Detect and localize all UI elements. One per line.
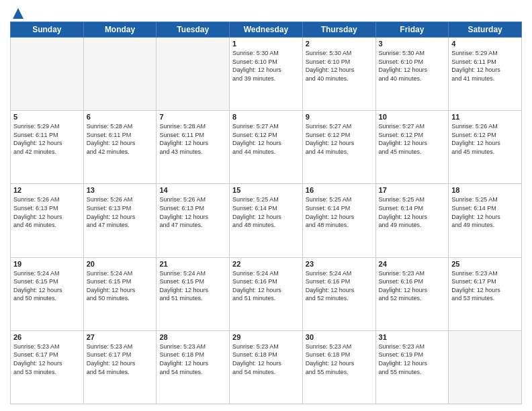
day-number: 19: [13, 260, 81, 268]
day-info: Sunrise: 5:26 AM Sunset: 6:13 PM Dayligh…: [87, 195, 154, 229]
day-number: 30: [306, 333, 373, 341]
day-number: 1: [232, 40, 300, 48]
day-number: 9: [306, 113, 373, 121]
logo: [10, 7, 25, 17]
calendar-week-row: 19Sunrise: 5:24 AM Sunset: 6:15 PM Dayli…: [11, 257, 522, 330]
day-info: Sunrise: 5:23 AM Sunset: 6:18 PM Dayligh…: [306, 342, 373, 376]
weekday-friday: Friday: [375, 22, 449, 38]
table-row: 17Sunrise: 5:25 AM Sunset: 6:14 PM Dayli…: [375, 184, 449, 257]
day-info: Sunrise: 5:30 AM Sunset: 6:10 PM Dayligh…: [306, 49, 373, 83]
day-number: 29: [232, 333, 300, 341]
day-info: Sunrise: 5:24 AM Sunset: 6:15 PM Dayligh…: [159, 269, 226, 303]
day-number: 27: [87, 333, 154, 341]
table-row: 6Sunrise: 5:28 AM Sunset: 6:11 PM Daylig…: [83, 111, 157, 184]
table-row: 5Sunrise: 5:29 AM Sunset: 6:11 PM Daylig…: [11, 111, 84, 184]
day-info: Sunrise: 5:30 AM Sunset: 6:10 PM Dayligh…: [232, 49, 300, 83]
day-number: 25: [451, 260, 519, 268]
table-row: 15Sunrise: 5:25 AM Sunset: 6:14 PM Dayli…: [230, 184, 303, 257]
calendar-week-row: 1Sunrise: 5:30 AM Sunset: 6:10 PM Daylig…: [11, 38, 522, 111]
day-info: Sunrise: 5:23 AM Sunset: 6:19 PM Dayligh…: [379, 342, 446, 376]
table-row: 16Sunrise: 5:25 AM Sunset: 6:14 PM Dayli…: [302, 184, 375, 257]
table-row: 8Sunrise: 5:27 AM Sunset: 6:12 PM Daylig…: [230, 111, 303, 184]
day-number: 26: [13, 333, 81, 341]
day-info: Sunrise: 5:23 AM Sunset: 6:17 PM Dayligh…: [87, 342, 154, 376]
day-number: 15: [232, 186, 300, 194]
day-info: Sunrise: 5:30 AM Sunset: 6:10 PM Dayligh…: [379, 49, 446, 83]
day-number: 24: [379, 260, 446, 268]
table-row: 3Sunrise: 5:30 AM Sunset: 6:10 PM Daylig…: [375, 38, 449, 111]
day-number: 11: [451, 113, 519, 121]
calendar-table: SundayMondayTuesdayWednesdayThursdayFrid…: [10, 21, 522, 404]
day-number: 23: [306, 260, 373, 268]
day-info: Sunrise: 5:25 AM Sunset: 6:14 PM Dayligh…: [232, 195, 300, 229]
day-number: 3: [379, 40, 446, 48]
table-row: 18Sunrise: 5:25 AM Sunset: 6:14 PM Dayli…: [449, 184, 522, 257]
day-number: 12: [13, 186, 81, 194]
day-number: 16: [306, 186, 373, 194]
table-row: 24Sunrise: 5:23 AM Sunset: 6:16 PM Dayli…: [375, 257, 449, 330]
day-info: Sunrise: 5:24 AM Sunset: 6:16 PM Dayligh…: [306, 269, 373, 303]
table-row: 26Sunrise: 5:23 AM Sunset: 6:17 PM Dayli…: [11, 330, 84, 404]
day-info: Sunrise: 5:28 AM Sunset: 6:11 PM Dayligh…: [87, 122, 154, 156]
day-number: 7: [159, 113, 226, 121]
table-row: 27Sunrise: 5:23 AM Sunset: 6:17 PM Dayli…: [83, 330, 157, 404]
table-row: [157, 38, 230, 111]
weekday-wednesday: Wednesday: [230, 22, 303, 38]
table-row: 25Sunrise: 5:23 AM Sunset: 6:17 PM Dayli…: [449, 257, 522, 330]
weekday-sunday: Sunday: [11, 22, 84, 38]
table-row: 14Sunrise: 5:26 AM Sunset: 6:13 PM Dayli…: [157, 184, 230, 257]
day-info: Sunrise: 5:29 AM Sunset: 6:11 PM Dayligh…: [451, 49, 519, 83]
day-number: 5: [13, 113, 81, 121]
day-info: Sunrise: 5:25 AM Sunset: 6:14 PM Dayligh…: [451, 195, 519, 229]
table-row: 22Sunrise: 5:24 AM Sunset: 6:16 PM Dayli…: [230, 257, 303, 330]
weekday-saturday: Saturday: [449, 22, 522, 38]
day-info: Sunrise: 5:23 AM Sunset: 6:16 PM Dayligh…: [379, 269, 446, 303]
day-info: Sunrise: 5:26 AM Sunset: 6:13 PM Dayligh…: [13, 195, 81, 229]
weekday-header-row: SundayMondayTuesdayWednesdayThursdayFrid…: [11, 22, 522, 38]
table-row: 7Sunrise: 5:28 AM Sunset: 6:11 PM Daylig…: [157, 111, 230, 184]
day-number: 31: [379, 333, 446, 341]
day-info: Sunrise: 5:27 AM Sunset: 6:12 PM Dayligh…: [232, 122, 300, 156]
table-row: 1Sunrise: 5:30 AM Sunset: 6:10 PM Daylig…: [230, 38, 303, 111]
day-number: 18: [451, 186, 519, 194]
table-row: 28Sunrise: 5:23 AM Sunset: 6:18 PM Dayli…: [157, 330, 230, 404]
page: SundayMondayTuesdayWednesdayThursdayFrid…: [0, 0, 532, 411]
day-info: Sunrise: 5:23 AM Sunset: 6:17 PM Dayligh…: [13, 342, 81, 376]
weekday-tuesday: Tuesday: [157, 22, 230, 38]
table-row: 20Sunrise: 5:24 AM Sunset: 6:15 PM Dayli…: [83, 257, 157, 330]
day-number: 14: [159, 186, 226, 194]
day-info: Sunrise: 5:25 AM Sunset: 6:14 PM Dayligh…: [379, 195, 446, 229]
table-row: 19Sunrise: 5:24 AM Sunset: 6:15 PM Dayli…: [11, 257, 84, 330]
day-info: Sunrise: 5:28 AM Sunset: 6:11 PM Dayligh…: [159, 122, 226, 156]
weekday-monday: Monday: [83, 22, 157, 38]
day-number: 10: [379, 113, 446, 121]
table-row: 9Sunrise: 5:27 AM Sunset: 6:12 PM Daylig…: [302, 111, 375, 184]
day-info: Sunrise: 5:24 AM Sunset: 6:16 PM Dayligh…: [232, 269, 300, 303]
table-row: 11Sunrise: 5:26 AM Sunset: 6:12 PM Dayli…: [449, 111, 522, 184]
table-row: 13Sunrise: 5:26 AM Sunset: 6:13 PM Dayli…: [83, 184, 157, 257]
day-info: Sunrise: 5:27 AM Sunset: 6:12 PM Dayligh…: [306, 122, 373, 156]
logo-icon: [11, 7, 25, 20]
day-number: 20: [87, 260, 154, 268]
calendar-week-row: 26Sunrise: 5:23 AM Sunset: 6:17 PM Dayli…: [11, 330, 522, 404]
table-row: 4Sunrise: 5:29 AM Sunset: 6:11 PM Daylig…: [449, 38, 522, 111]
day-number: 4: [451, 40, 519, 48]
day-info: Sunrise: 5:29 AM Sunset: 6:11 PM Dayligh…: [13, 122, 81, 156]
day-info: Sunrise: 5:23 AM Sunset: 6:18 PM Dayligh…: [232, 342, 300, 376]
table-row: [449, 330, 522, 404]
table-row: [11, 38, 84, 111]
table-row: 21Sunrise: 5:24 AM Sunset: 6:15 PM Dayli…: [157, 257, 230, 330]
day-info: Sunrise: 5:27 AM Sunset: 6:12 PM Dayligh…: [379, 122, 446, 156]
day-info: Sunrise: 5:25 AM Sunset: 6:14 PM Dayligh…: [306, 195, 373, 229]
day-number: 13: [87, 186, 154, 194]
calendar-week-row: 12Sunrise: 5:26 AM Sunset: 6:13 PM Dayli…: [11, 184, 522, 257]
day-info: Sunrise: 5:26 AM Sunset: 6:13 PM Dayligh…: [159, 195, 226, 229]
table-row: 2Sunrise: 5:30 AM Sunset: 6:10 PM Daylig…: [302, 38, 375, 111]
day-number: 17: [379, 186, 446, 194]
table-row: 23Sunrise: 5:24 AM Sunset: 6:16 PM Dayli…: [302, 257, 375, 330]
table-row: 30Sunrise: 5:23 AM Sunset: 6:18 PM Dayli…: [302, 330, 375, 404]
calendar-week-row: 5Sunrise: 5:29 AM Sunset: 6:11 PM Daylig…: [11, 111, 522, 184]
day-number: 22: [232, 260, 300, 268]
table-row: 31Sunrise: 5:23 AM Sunset: 6:19 PM Dayli…: [375, 330, 449, 404]
table-row: 10Sunrise: 5:27 AM Sunset: 6:12 PM Dayli…: [375, 111, 449, 184]
